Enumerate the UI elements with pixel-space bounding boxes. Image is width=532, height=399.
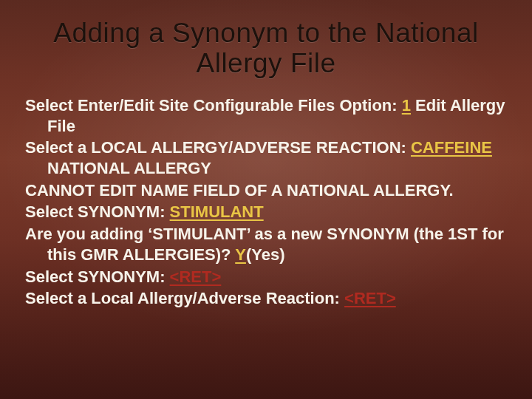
spacer: [492, 138, 532, 157]
prompt-text: Select SYNONYM:: [25, 267, 170, 286]
prompt-text: Select Enter/Edit Site Configurable File…: [25, 96, 402, 115]
prompt-line-synonym-2: Select SYNONYM: <RET>: [25, 267, 507, 287]
prompt-line-local-allergy: Select a LOCAL ALLERGY/ADVERSE REACTION:…: [25, 137, 507, 178]
prompt-text: Select a LOCAL ALLERGY/ADVERSE REACTION:: [25, 138, 411, 157]
user-input: Y: [235, 245, 246, 264]
slide-title: Adding a Synonym to the National Allergy…: [33, 18, 499, 79]
user-input-ret: <RET>: [170, 267, 222, 286]
system-message-cannot-edit: CANNOT EDIT NAME FIELD OF A NATIONAL ALL…: [25, 180, 507, 201]
slide: Adding a Synonym to the National Allergy…: [0, 0, 532, 399]
prompt-line-confirm: Are you adding ‘STIMULANT’ as a new SYNO…: [25, 224, 507, 265]
message-text: CANNOT EDIT NAME FIELD OF A NATIONAL ALL…: [25, 181, 454, 200]
prompt-line-option: Select Enter/Edit Site Configurable File…: [25, 95, 507, 136]
user-input: STIMULANT: [170, 202, 264, 221]
slide-body: Select Enter/Edit Site Configurable File…: [25, 95, 507, 309]
user-input: CAFFEINE: [411, 138, 492, 157]
user-input: 1: [402, 96, 411, 115]
user-input-ret: <RET>: [344, 289, 396, 307]
prompt-text: Select a Local Allergy/Adverse Reaction:: [25, 289, 344, 307]
prompt-text: Select SYNONYM:: [25, 202, 170, 221]
system-response: (Yes): [246, 245, 285, 264]
system-response: NATIONAL ALLERGY: [47, 159, 211, 177]
prompt-line-synonym-1: Select SYNONYM: STIMULANT: [25, 202, 507, 222]
prompt-line-local-allergy-2: Select a Local Allergy/Adverse Reaction:…: [25, 288, 507, 309]
